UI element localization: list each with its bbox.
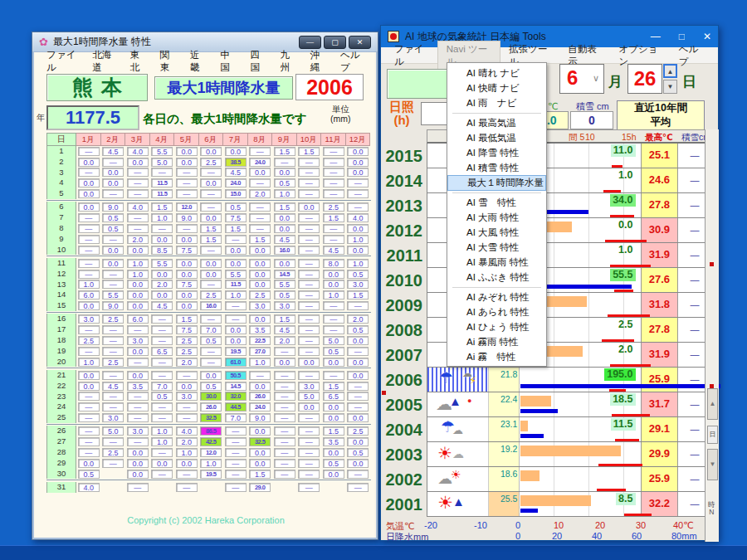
precip-value: 0.5 — [78, 470, 100, 479]
menu-item-九州[interactable]: 九州 — [273, 47, 303, 75]
gridline — [588, 318, 589, 342]
spin-down-button[interactable]: ▼ — [663, 80, 677, 94]
value-cell: 0.0 — [199, 212, 224, 223]
precip-value: 1.0 — [127, 270, 149, 279]
precip-value: 0.0 — [78, 371, 100, 380]
menu-item-ファイル[interactable]: ファイル — [386, 41, 437, 70]
menu-item-中国[interactable]: 中国 — [212, 47, 242, 75]
value-cell: 0.0 — [76, 157, 101, 168]
precip-value: 2.5 — [102, 314, 124, 324]
dropdown-item-AI 大雨 特性[interactable]: AI 大雨 特性 — [447, 210, 546, 225]
value-cell: — — [76, 412, 101, 423]
precip-value: 11.5 — [151, 189, 173, 198]
dropdown-item-AI 最高気温[interactable]: AI 最高気温 — [447, 115, 546, 130]
menu-item-関東[interactable]: 関東 — [153, 47, 183, 75]
right-scroll-strip[interactable]: ▲ 日 ▼ 時N — [705, 129, 719, 542]
snow-value: 0 — [570, 111, 613, 129]
dropdown-item-AI 大雪 特性[interactable]: AI 大雪 特性 — [447, 240, 546, 255]
tmax-cell: 25.9 — [642, 467, 679, 491]
day-number: 21 — [46, 370, 76, 381]
year-label-2011: 2011 — [381, 246, 422, 265]
precip-value: 2.5 — [176, 336, 198, 345]
precip-value: 0.0 — [176, 290, 198, 299]
value-cell: — — [297, 223, 322, 234]
precip-value: 0.0 — [127, 280, 149, 289]
value-cell: 6.0 — [76, 290, 101, 300]
dropdown-item-Ai 霧 特性[interactable]: Ai 霧 特性 — [447, 349, 546, 364]
rain-bar — [520, 434, 544, 438]
value-cell: — — [272, 426, 297, 436]
year-label-2014: 2014 — [381, 172, 422, 191]
scroll-up-button[interactable]: ▲ — [707, 388, 718, 420]
value-cell: 7.5 — [174, 280, 199, 290]
dropdown-item-最大１時間降水量[interactable]: 最大１時間降水量 — [447, 175, 546, 190]
dropdown-item-AI 快晴 ナビ[interactable]: AI 快晴 ナビ — [447, 80, 546, 95]
dropdown-item-AI 雨 ナビ[interactable]: AI 雨 ナビ — [447, 95, 546, 110]
menu-item-ヘルプ[interactable]: ヘルプ — [333, 47, 371, 75]
rain-bar — [520, 409, 558, 413]
precip-value: — — [102, 280, 124, 289]
precip-value: 1.5 — [225, 224, 247, 233]
value-cell: 7.5 — [223, 212, 248, 223]
scroll-down-button[interactable]: ▼ — [707, 449, 718, 480]
value-cell: — — [101, 402, 126, 412]
menu-item-東北[interactable]: 東北 — [123, 47, 153, 75]
precip-value: — — [347, 470, 369, 479]
value-cell: 24.0 — [248, 402, 273, 412]
value-cell: 4.5 — [272, 324, 297, 335]
precip-value: — — [78, 325, 100, 334]
dropdown-item-AI 晴れ ナビ[interactable]: AI 晴れ ナビ — [447, 66, 546, 80]
tmax-cell: 25.1 — [642, 144, 679, 168]
dropdown-item-AI ふぶき 特性[interactable]: AI ふぶき 特性 — [447, 270, 546, 285]
dropdown-item-AI 大風 特性[interactable]: AI 大風 特性 — [447, 225, 546, 240]
menu-item-北海道[interactable]: 北海道 — [85, 47, 122, 75]
precip-value: 42.5 — [200, 437, 222, 446]
precip-value: — — [78, 402, 100, 411]
precip-value: 0.0 — [176, 235, 198, 244]
precip-value: — — [298, 189, 320, 198]
day-number: 1 — [46, 146, 76, 157]
menu-item-近畿[interactable]: 近畿 — [183, 47, 212, 75]
value-cell: 0.0 — [174, 157, 199, 168]
value-cell: — — [297, 258, 322, 269]
precip-value: 0.0 — [347, 413, 369, 422]
precip-value: 5.0 — [298, 392, 320, 401]
taskbar[interactable] — [0, 545, 747, 560]
value-cell: 0.0 — [125, 157, 150, 168]
month-combobox[interactable]: 6 ∨ — [559, 64, 604, 94]
temp-range-line — [603, 190, 621, 192]
dropdown-item-AI 暴風雨 特性[interactable]: AI 暴風雨 特性 — [447, 255, 546, 270]
value-cell: 0.0 — [101, 168, 126, 178]
day-number: 13 — [46, 280, 76, 290]
dropdown-item-AI 降雪 特性[interactable]: AI 降雪 特性 — [447, 145, 546, 160]
dropdown-item-AI 雪 特性[interactable]: AI 雪 特性 — [447, 195, 546, 210]
precip-value: 0.0 — [323, 470, 344, 479]
menu-item-ファイル[interactable]: ファイル — [39, 47, 85, 75]
ten-year-average-box[interactable]: 直近10年間平均 — [617, 100, 705, 130]
precip-value: 32.5 — [249, 437, 271, 446]
precip-value: 0.5 — [102, 213, 124, 222]
dropdown-item-AI あられ 特性[interactable]: AI あられ 特性 — [447, 304, 546, 319]
spin-up-button[interactable]: ▲ — [663, 64, 677, 78]
value-cell: — — [76, 346, 101, 357]
value-cell: — — [346, 469, 371, 480]
day-number: 6 — [46, 202, 76, 212]
temp-range-line — [605, 240, 647, 242]
precip-value: 1.5 — [200, 224, 222, 233]
precip-value: — — [127, 189, 149, 198]
precip-value: 32.0 — [225, 392, 247, 401]
dropdown-item-AI 積雪 特性[interactable]: AI 積雪 特性 — [447, 160, 546, 175]
precip-value: 0.0 — [249, 168, 271, 177]
dropdown-item-AI みぞれ 特性[interactable]: AI みぞれ 特性 — [447, 290, 546, 304]
precip-value: 0.5 — [347, 325, 369, 334]
menu-item-四国[interactable]: 四国 — [242, 47, 272, 75]
dropdown-item-AI ひょう 特性[interactable]: AI ひょう 特性 — [447, 319, 546, 334]
dropdown-item-AI 最低気温[interactable]: AI 最低気温 — [447, 130, 546, 145]
value-cell: 11.5 — [150, 188, 175, 199]
menu-item-沖縄[interactable]: 沖縄 — [303, 47, 333, 75]
cloud-sun-icon: ☁ — [437, 471, 452, 486]
precip-value: 2.0 — [176, 437, 198, 446]
dropdown-item-Ai 霧雨 特性[interactable]: Ai 霧雨 特性 — [447, 334, 546, 349]
scroll-thumb[interactable]: 日 — [707, 426, 718, 444]
precip-value: — — [347, 347, 369, 356]
